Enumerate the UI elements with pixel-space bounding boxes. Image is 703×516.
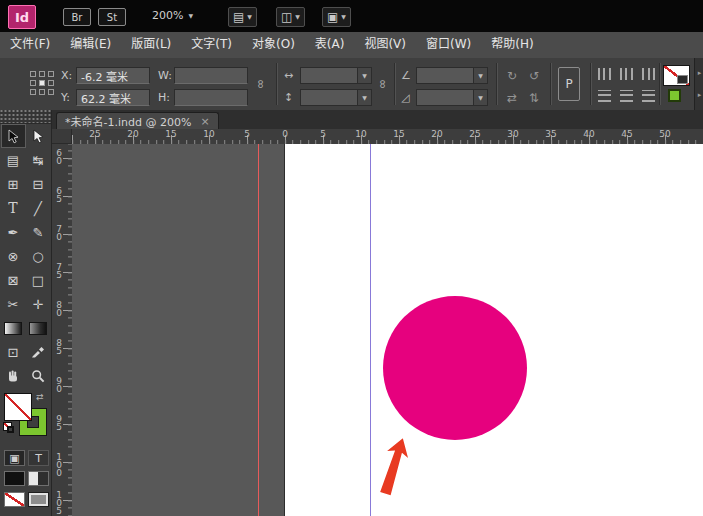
menu-item-layout[interactable]: 版面(L): [121, 32, 181, 58]
stock-button[interactable]: St: [98, 8, 126, 26]
gradient-feather-tool[interactable]: [26, 316, 51, 340]
screen-mode-dropdown[interactable]: ◫ ▼: [276, 7, 305, 27]
page-tool[interactable]: ▤: [1, 148, 26, 172]
gradient-swatch-tool[interactable]: [1, 316, 26, 340]
ruler-origin-corner[interactable]: [52, 129, 72, 144]
line-tool[interactable]: ╱: [26, 196, 51, 220]
bleed-guide: [258, 144, 259, 516]
tab-close-icon[interactable]: ×: [200, 115, 209, 128]
note-tool[interactable]: ⊡: [1, 340, 26, 364]
view-row: [4, 492, 49, 507]
v-ruler-label: 90: [54, 376, 64, 392]
menu-item-type[interactable]: 文字(T): [181, 32, 242, 58]
menu-item-edit[interactable]: 编辑(E): [60, 32, 121, 58]
align-left-button[interactable]: [598, 68, 611, 80]
view-mode-button[interactable]: [28, 492, 49, 507]
apply-none-button[interactable]: [4, 492, 25, 507]
w-input[interactable]: [174, 67, 248, 84]
h-ruler-label: 20: [428, 129, 446, 139]
pen-tool[interactable]: ✒: [1, 220, 26, 244]
zoom-level-dropdown[interactable]: 200% ▼: [152, 9, 193, 22]
chevron-down-icon: ▼: [478, 73, 483, 79]
constrain-scale-link-icon[interactable]: ∞: [376, 79, 390, 89]
formatting-affects-text-button[interactable]: T: [28, 450, 49, 466]
menu-item-view[interactable]: 视图(V): [354, 32, 416, 58]
fill-proxy[interactable]: [4, 393, 32, 421]
h-ruler-label: 25: [86, 129, 104, 139]
magenta-circle[interactable]: [383, 296, 527, 440]
scissors-tool[interactable]: ✂: [1, 292, 26, 316]
h-ruler-label: 10: [200, 129, 218, 139]
content-placer-tool[interactable]: ⊟: [26, 172, 51, 196]
flip-vertical-button[interactable]: ⇅: [525, 89, 543, 106]
v-ruler-label: 105: [54, 490, 64, 514]
free-transform-tool[interactable]: ✛: [26, 292, 51, 316]
panel-expand-icon: ▸: [698, 91, 702, 99]
content-collector-tool[interactable]: ⊞: [1, 172, 26, 196]
fill-none-indicator[interactable]: [663, 65, 690, 86]
zoom-tool[interactable]: [26, 364, 51, 388]
align-center-button[interactable]: [620, 68, 633, 80]
reference-point-proxy[interactable]: [30, 71, 54, 95]
h-ruler-label: 25: [466, 129, 484, 139]
x-input[interactable]: [76, 67, 150, 84]
rotate-ccw-button[interactable]: ↺: [525, 67, 543, 84]
document-tab[interactable]: *未命名-1.indd @ 200% ×: [56, 112, 219, 129]
chevron-down-icon: ▼: [362, 73, 367, 79]
apply-color-button[interactable]: [4, 471, 25, 486]
formatting-affects-container-button[interactable]: ▣: [4, 450, 25, 466]
ellipse-tool[interactable]: ○: [26, 244, 51, 268]
align-bottom-button[interactable]: [642, 90, 655, 102]
align-middle-button[interactable]: [620, 90, 633, 102]
h-ruler-label: 45: [618, 129, 636, 139]
gap-tool[interactable]: ↹: [26, 148, 51, 172]
arrange-documents-dropdown[interactable]: ▣ ▼: [322, 7, 351, 27]
h-ruler-label: 20: [124, 129, 142, 139]
bridge-button[interactable]: Br: [63, 8, 91, 26]
chevron-down-icon: ▼: [478, 95, 483, 101]
menu-item-help[interactable]: 帮助(H): [481, 32, 543, 58]
selection-tool[interactable]: [1, 124, 26, 148]
direct-selection-tool[interactable]: [26, 124, 51, 148]
view-options-icon: ▤: [233, 11, 244, 23]
view-options-dropdown[interactable]: ▤ ▼: [228, 7, 257, 27]
menu-item-object[interactable]: 对象(O): [242, 32, 305, 58]
panel-grip[interactable]: [0, 110, 51, 124]
h-ruler-label: 40: [580, 129, 598, 139]
gradient-feather-icon: [29, 322, 47, 335]
menu-item-file[interactable]: 文件(F): [0, 32, 60, 58]
rotate-cw-button[interactable]: ↻: [503, 67, 521, 84]
ellipse-frame-tool[interactable]: ⊗: [1, 244, 26, 268]
eyedropper-tool[interactable]: [26, 340, 51, 364]
canvas-pasteboard[interactable]: [72, 144, 703, 516]
type-tool[interactable]: T: [1, 196, 26, 220]
rotation-angle-field[interactable]: ▼: [416, 67, 488, 84]
rectangle-tool[interactable]: □: [26, 268, 51, 292]
v-ruler-label: 100: [54, 452, 64, 476]
vertical-ruler[interactable]: 6065707580859095100105: [52, 144, 73, 516]
chevron-down-icon: ▼: [247, 14, 252, 20]
align-top-button[interactable]: [598, 90, 611, 102]
pencil-tool[interactable]: ✎: [26, 220, 51, 244]
panel-menu-strip[interactable]: ▸ ▸: [694, 58, 703, 110]
h-input[interactable]: [174, 89, 248, 106]
flip-horizontal-button[interactable]: ⇄: [503, 89, 521, 106]
green-swatch[interactable]: [668, 89, 681, 102]
swap-fill-stroke-icon[interactable]: ⇄: [36, 392, 44, 402]
horizontal-ruler[interactable]: 25201510505101520253035404550: [72, 129, 703, 144]
apply-gradient-button[interactable]: [28, 471, 49, 486]
constrain-wh-link-icon[interactable]: ∞: [254, 79, 268, 89]
scale-x-icon: ↔: [284, 67, 293, 84]
screen-mode-icon: ◫: [281, 11, 292, 23]
align-right-button[interactable]: [642, 68, 655, 80]
scale-y-field[interactable]: ▼: [300, 89, 372, 106]
shear-angle-field[interactable]: ▼: [416, 89, 488, 106]
select-container-button[interactable]: P: [558, 67, 580, 101]
menu-item-window[interactable]: 窗口(W): [416, 32, 481, 58]
menu-item-table[interactable]: 表(A): [305, 32, 355, 58]
hand-tool[interactable]: [1, 364, 26, 388]
y-input[interactable]: [76, 89, 150, 106]
scale-x-field[interactable]: ▼: [300, 67, 372, 84]
panel-expand-icon: ▸: [698, 69, 702, 77]
rectangle-frame-tool[interactable]: ⊠: [1, 268, 26, 292]
